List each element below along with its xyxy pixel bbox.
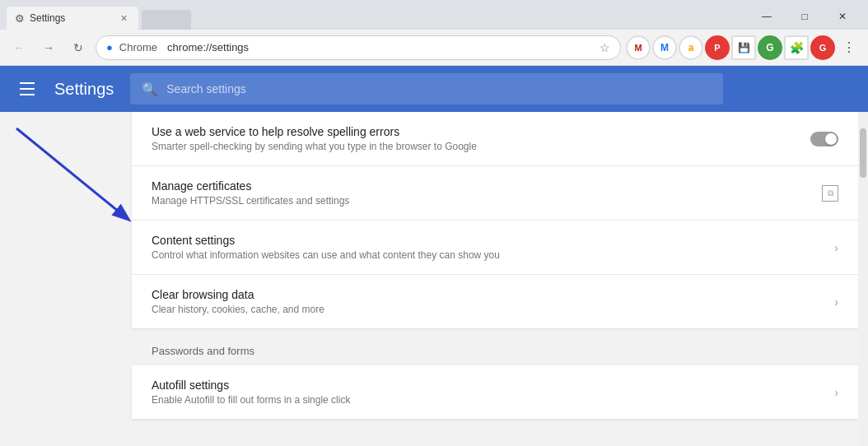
inactive-tab[interactable] [142, 10, 191, 30]
amazon-icon[interactable]: a [679, 35, 703, 60]
site-icon: ● [106, 41, 113, 53]
page-area: Settings 🔍 Search settings [0, 66, 868, 446]
active-tab[interactable]: ⚙ Settings ✕ [7, 7, 138, 30]
scrollbar-thumb[interactable] [860, 128, 866, 178]
settings-section-privacy: Use a web service to help resolve spelli… [132, 112, 858, 328]
meet-icon[interactable]: M [652, 35, 677, 60]
content-settings-chevron: › [834, 241, 838, 254]
chevron-right-icon-2: › [834, 295, 838, 309]
settings-header: Settings 🔍 Search settings [0, 66, 868, 112]
ext-icon-circle-red2[interactable]: G [810, 35, 835, 60]
autofill-settings-title: Autofill settings [152, 379, 834, 392]
ext-icon-green[interactable]: G [758, 35, 782, 60]
main-content: Settings 🔍 Search settings [0, 66, 868, 446]
spell-check-desc: Smarter spell-checking by sending what y… [152, 141, 810, 152]
clear-browsing-row[interactable]: Clear browsing data Clear history, cooki… [132, 275, 858, 328]
chrome-menu-button[interactable]: ⋮ [837, 35, 861, 60]
content-settings-row[interactable]: Content settings Control what informatio… [132, 221, 858, 275]
clear-browsing-desc: Clear history, cookies, cache, and more [152, 304, 834, 315]
manage-certificates-desc: Manage HTTPS/SSL certificates and settin… [152, 195, 822, 207]
bookmark-icon[interactable]: ☆ [600, 41, 610, 54]
ext-icon-save[interactable]: 💾 [731, 35, 756, 60]
nav-bar: ← → ↻ ● Chrome chrome://settings ☆ M M a… [0, 30, 868, 66]
spell-check-toggle-switch[interactable] [810, 132, 838, 146]
clear-browsing-title: Clear browsing data [152, 288, 834, 301]
manage-certificates-row[interactable]: Manage certificates Manage HTTPS/SSL cer… [132, 166, 858, 221]
chevron-right-icon-3: › [834, 386, 838, 399]
spell-check-title: Use a web service to help resolve spelli… [152, 125, 810, 138]
content-settings-text: Content settings Control what informatio… [152, 234, 834, 261]
hamburger-menu[interactable] [16, 79, 38, 99]
title-bar: ⚙ Settings ✕ — □ ✕ [0, 0, 868, 30]
autofill-settings-desc: Enable Autofill to fill out forms in a s… [152, 394, 834, 406]
address-url: chrome://settings [167, 41, 593, 53]
content-wrapper: Use a web service to help resolve spelli… [0, 112, 858, 446]
content-settings-desc: Control what information websites can us… [152, 249, 834, 261]
settings-section-passwords: Autofill settings Enable Autofill to fil… [132, 365, 858, 419]
window-controls: — □ ✕ [748, 0, 861, 30]
reload-button[interactable]: ↻ [66, 35, 91, 60]
forward-button[interactable]: → [36, 35, 61, 60]
manage-certificates-action: ⧉ [822, 185, 838, 202]
back-button[interactable]: ← [7, 35, 31, 60]
clear-browsing-text: Clear browsing data Clear history, cooki… [152, 288, 834, 315]
spell-check-toggle[interactable] [810, 132, 838, 146]
close-button[interactable]: ✕ [824, 3, 861, 30]
spell-check-text: Use a web service to help resolve spelli… [152, 125, 810, 152]
gear-icon: ⚙ [15, 12, 25, 25]
content-settings-title: Content settings [152, 234, 834, 247]
clear-browsing-chevron: › [834, 295, 838, 309]
autofill-settings-row[interactable]: Autofill settings Enable Autofill to fil… [132, 365, 858, 419]
settings-title: Settings [54, 80, 114, 99]
manage-certificates-title: Manage certificates [152, 179, 822, 193]
passwords-forms-header: Passwords and forms [132, 328, 858, 365]
manage-certificates-text: Manage certificates Manage HTTPS/SSL cer… [152, 179, 822, 207]
external-link-icon: ⧉ [822, 185, 838, 202]
arrow-annotation [0, 112, 140, 244]
tab-title: Settings [30, 12, 65, 24]
maximize-button[interactable]: □ [786, 3, 824, 30]
close-tab-button[interactable]: ✕ [117, 12, 130, 25]
scrollbar-track[interactable] [858, 112, 868, 446]
ext-icon-red[interactable]: P [705, 35, 730, 60]
address-bar[interactable]: ● Chrome chrome://settings ☆ [96, 35, 621, 60]
search-settings-bar[interactable]: 🔍 Search settings [130, 73, 723, 105]
svg-line-1 [16, 128, 128, 219]
autofill-settings-text: Autofill settings Enable Autofill to fil… [152, 379, 834, 406]
spell-check-row: Use a web service to help resolve spelli… [132, 112, 858, 166]
search-settings-placeholder: Search settings [166, 82, 246, 95]
address-site-label: Chrome [119, 41, 157, 53]
search-icon: 🔍 [142, 81, 158, 97]
autofill-settings-chevron: › [834, 386, 838, 399]
settings-content: Use a web service to help resolve spelli… [0, 112, 858, 446]
gmail-icon[interactable]: M [626, 35, 651, 60]
toolbar-icons: M M a P 💾 G 🧩 G ⋮ [626, 35, 861, 60]
chevron-right-icon: › [834, 241, 838, 254]
minimize-button[interactable]: — [748, 3, 786, 30]
ext-icon-puzzle[interactable]: 🧩 [784, 35, 809, 60]
